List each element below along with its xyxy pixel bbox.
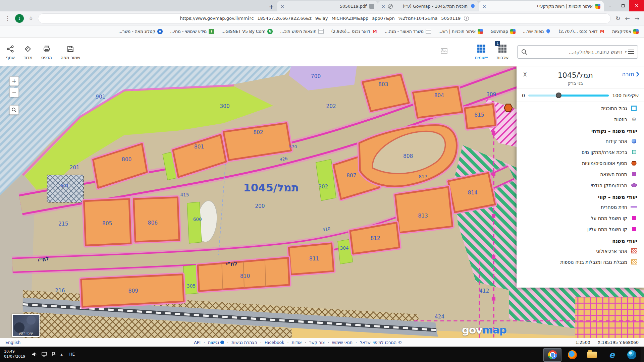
legend-item: מסוף אוטובוסים/מוניות [521, 158, 640, 169]
apps-label: יישומים [475, 55, 488, 60]
pdf-favicon [369, 4, 374, 9]
bookmark-item[interactable]: מפות ישר... [523, 29, 551, 34]
bookmark-star-icon[interactable]: ☆ [29, 15, 33, 21]
measure-button[interactable]: מדוד [23, 44, 33, 60]
govmap-toolbar: ▾ 1 שכבות יישומים שמור מפה [0, 38, 644, 66]
address-bar: ⋮ נ ☆ https://www.govmap.gov.il/mmi?c=18… [0, 11, 644, 25]
footer-link[interactable]: נגישות [208, 340, 224, 345]
taskbar-clock[interactable]: 10:49 01/07/2019 [0, 349, 29, 359]
reload-icon[interactable]: ↻ [615, 15, 620, 22]
bookmark-item[interactable]: iמידע שימושי - מחי... [170, 29, 214, 34]
svg-text:424: 424 [435, 314, 444, 320]
apps-button[interactable]: יישומים [475, 44, 488, 60]
browser2-taskbar-button[interactable] [563, 348, 581, 362]
slider-knob[interactable] [556, 93, 561, 98]
gisnet-icon: G [267, 29, 273, 34]
explorer-taskbar-button[interactable] [583, 348, 601, 362]
bookmark-item[interactable]: תוצאות חיפוש תוכ... [280, 29, 324, 34]
save-map-label: שמור מפה [61, 55, 80, 60]
internet-explorer-icon [609, 350, 615, 360]
slider-fill [559, 95, 609, 97]
footer-link[interactable]: Facebook [265, 340, 284, 345]
opacity-label: שקיפות 100 [612, 93, 639, 98]
new-tab-button[interactable]: + [266, 1, 277, 11]
footer-link[interactable]: צור קשר [309, 340, 325, 345]
footer-link[interactable]: תנאי שימוש [332, 340, 353, 345]
bookmark-label: מפות ישר... [523, 29, 544, 34]
media-taskbar-button[interactable] [623, 348, 641, 362]
print-button[interactable]: הדפס [41, 44, 52, 60]
speaker-icon[interactable] [32, 352, 37, 357]
bookmark-item[interactable]: איתור תוכניות | רש... [438, 29, 483, 34]
layers-button[interactable]: 1 שכבות [496, 44, 508, 60]
svg-text:804: 804 [434, 92, 444, 98]
language-indicator[interactable]: HE [69, 352, 75, 357]
ie-taskbar-button[interactable] [603, 348, 621, 362]
back-button[interactable]: חזרה [622, 71, 639, 77]
display-icon[interactable] [42, 352, 47, 357]
tab-title: איתור תוכניות | רשות מקרקעי י [489, 4, 593, 9]
language-link[interactable]: English [5, 340, 20, 345]
hamburger-icon [628, 50, 634, 54]
background-toggle[interactable]: שינוי רקע [12, 314, 40, 337]
search-input[interactable] [530, 49, 622, 55]
legend-label: מבנה/מתקן הנדסי [591, 183, 627, 188]
plans-grid-icon [478, 29, 483, 34]
zoom-in-button[interactable]: + [9, 76, 19, 86]
legend-label: רוזטות [614, 117, 627, 122]
opacity-slider[interactable] [528, 95, 609, 97]
svg-text:202: 202 [326, 103, 336, 109]
footer-link[interactable]: הצהרת נגישות [231, 340, 257, 345]
zoom-out-button[interactable]: − [9, 88, 19, 97]
svg-text:810: 810 [240, 273, 250, 279]
browser-tab-pdf[interactable]: × 5050119.pdf [277, 1, 378, 11]
minimize-button[interactable]: – [604, 0, 616, 11]
browser-menu-icon[interactable]: ⋮ [5, 15, 10, 22]
map-scale: 1:2500 [576, 340, 590, 345]
close-window-button[interactable]: × [629, 0, 644, 11]
footer-link[interactable]: © המרכז למיפוי ישראל [360, 340, 402, 345]
map-area[interactable]: 9013007002022018038043098158008018025704… [0, 66, 644, 338]
search-menu[interactable]: ▾ [625, 50, 634, 54]
tab-close-icon[interactable]: × [280, 4, 284, 9]
footer-link[interactable]: אודות [291, 340, 302, 345]
panel-close-button[interactable]: X [521, 71, 529, 78]
tab-close-icon[interactable]: × [381, 4, 385, 9]
forward-icon[interactable]: → [635, 15, 639, 22]
legend-item: גבול התוכנית [521, 103, 640, 114]
tab-close-icon[interactable]: × [482, 4, 486, 9]
bookmark-label: אפליקציות [612, 29, 631, 34]
legend-section-header: יעודי משנה – נקודתי [521, 125, 640, 135]
share-button[interactable]: שתף [6, 44, 15, 60]
page-info-icon[interactable]: i [464, 16, 469, 21]
layers-label: שכבות [496, 55, 508, 60]
maximize-button[interactable] [616, 0, 629, 11]
map-search-box[interactable]: ▾ [517, 45, 638, 59]
bookmark-item[interactable]: Mדואר נכנס ...(2,707) [558, 29, 605, 34]
show-desktop-strip[interactable] [641, 347, 644, 362]
bookmark-label: GISNET V5 By Com... [221, 29, 265, 34]
browser-tab-active[interactable]: × איתור תוכניות | רשות מקרקעי י [479, 1, 604, 11]
save-map-button[interactable]: שמור מפה [61, 44, 80, 60]
bus-terminal-icon [631, 160, 637, 167]
bookmark-item[interactable]: GGISNET V5 By Com... [221, 29, 273, 34]
profile-avatar[interactable]: נ [15, 14, 24, 23]
browser-tab-govmap[interactable]: × תוכנית תמל/1045 - Govmap (ע"י) [378, 1, 479, 11]
url-omnibox[interactable]: https://www.govmap.gov.il/mmi?c=185457.2… [38, 13, 611, 23]
bookmark-item[interactable]: קטלוג מאה - משר... [118, 29, 163, 34]
bookmark-item[interactable]: Mדואר נכנס ...(2,926) [331, 29, 377, 34]
bookmark-item[interactable]: אפליקציות [612, 29, 639, 34]
action-center-flag-icon[interactable] [51, 352, 56, 357]
back-icon[interactable]: ← [625, 15, 630, 22]
bookmark-item[interactable]: משרד האוצר - מנה... [385, 29, 431, 34]
search-icon[interactable] [521, 49, 528, 55]
legend-label: ברכת אגירה/מתקן מים [582, 149, 627, 155]
footer-link[interactable]: API [194, 340, 201, 345]
svg-text:803: 803 [378, 81, 388, 87]
tray-expand-icon[interactable]: ▲ [60, 353, 62, 356]
chrome-taskbar-button[interactable] [543, 348, 561, 362]
svg-text:300: 300 [220, 103, 229, 109]
zoom-box-button[interactable] [9, 105, 19, 115]
legend-item: קו חשמל מתח עליון [521, 224, 640, 235]
bookmark-item[interactable]: Govmap [490, 29, 516, 34]
